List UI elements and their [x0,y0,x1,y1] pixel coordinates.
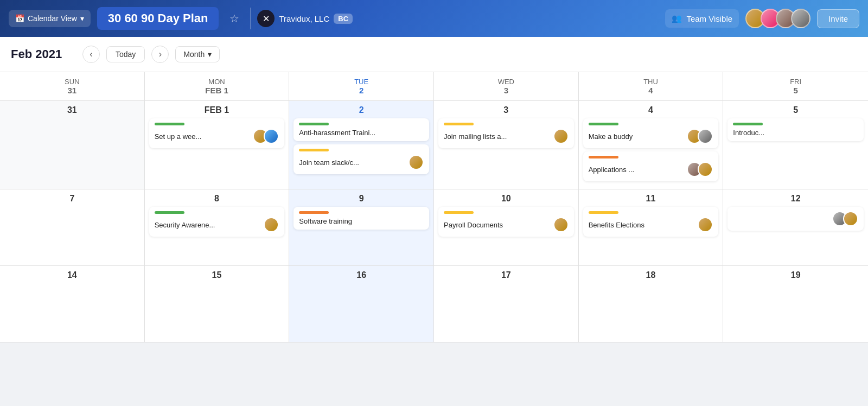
cell-feb4: 4 Make a buddy Applications ... [579,101,724,189]
header-fri-name: FRI [723,78,868,86]
event-security[interactable]: Security Awarene... [149,207,285,237]
cell-feb18: 18 [579,266,724,342]
avatar [698,129,713,144]
chevron-down-icon: ▾ [80,14,84,23]
date-feb12: 12 [727,194,864,204]
cell-feb9: 9 Software training [289,189,434,265]
event-avatars [687,162,713,177]
event-content: Security Awarene... [155,217,279,232]
event-title: Anti-harassment Traini... [299,129,424,137]
calendar-icon: 📅 [15,14,24,23]
event-content [733,211,858,226]
event-feb12[interactable] [727,207,864,231]
event-applications[interactable]: Applications ... [583,151,719,181]
event-title: Payroll Documents [444,221,550,229]
event-title: Set up a wee... [155,132,250,141]
header-sun-date: 31 [0,86,144,95]
event-bar [444,211,474,214]
event-setup-week[interactable]: Set up a wee... [149,118,285,148]
cell-jan31: 31 [0,101,145,189]
event-content: Anti-harassment Traini... [299,129,424,137]
company-selector[interactable]: ✕ Travidux, LLC BC [257,10,353,27]
header-mon-name: MON [145,78,289,86]
date-feb4: 4 [583,105,719,115]
event-bar [589,123,618,125]
cell-feb8: 8 Security Awarene... [145,189,290,265]
event-bar [299,123,329,125]
date-feb10: 10 [438,194,574,204]
cell-feb7: 7 [0,189,145,265]
header-wed-name: WED [434,78,578,86]
cell-feb15: 15 [145,266,290,342]
header-thu-date: 4 [579,86,723,95]
event-content: Payroll Documents [444,217,569,232]
event-benefits[interactable]: Benefits Elections [583,207,719,237]
event-anti-harassment[interactable]: Anti-harassment Traini... [293,118,429,141]
event-content: Benefits Elections [589,217,713,232]
event-content: Set up a wee... [155,129,279,144]
date-feb5: 5 [727,105,864,115]
date-feb16: 16 [293,270,429,280]
event-bar [299,149,329,151]
view-label: Month [183,50,205,59]
cell-feb11: 11 Benefits Elections [579,189,724,265]
event-join-slack[interactable]: Join team slack/c... [293,144,429,174]
company-icon: ✕ [257,10,275,27]
next-month-button[interactable]: › [151,46,169,63]
header-thu-name: THU [579,78,723,86]
event-title: Introduc... [733,129,858,137]
calendar-view-label: Calendar View [28,14,77,23]
view-chevron-icon: ▾ [208,50,212,59]
team-avatars [745,9,810,28]
header-fri-date: 5 [723,86,868,95]
today-button[interactable]: Today [106,46,145,62]
event-avatars [698,217,713,232]
event-title: Join team slack/c... [299,158,405,167]
header-mon: MON FEB 1 [145,72,290,100]
invite-button[interactable]: Invite [817,9,859,28]
avatar [698,162,713,177]
event-bar [155,123,184,125]
event-title: Join mailing lists a... [444,132,550,141]
cell-feb14: 14 [0,266,145,342]
date-feb8: 8 [149,194,285,204]
calendar-view-button[interactable]: 📅 Calendar View ▾ [9,10,91,27]
event-avatars [687,129,713,144]
avatar-4 [791,9,810,28]
prev-month-button[interactable]: ‹ [82,46,100,63]
event-introduce[interactable]: Introduc... [727,118,864,141]
date-feb19: 19 [727,270,864,280]
team-icon: 👥 [672,14,682,23]
week-3: 14 15 16 17 18 19 [0,266,868,342]
event-buddy[interactable]: Make a buddy [583,118,719,148]
event-content: Software training [299,217,424,225]
week-2: 7 8 Security Awarene... 9 Software tr [0,189,868,266]
event-software-training[interactable]: Software training [293,207,429,230]
star-button[interactable]: ☆ [225,10,244,27]
event-payroll[interactable]: Payroll Documents [438,207,574,237]
top-nav: 📅 Calendar View ▾ 30 60 90 Day Plan ☆ ✕ … [0,0,868,37]
date-feb11: 11 [583,194,719,204]
header-mon-date: FEB 1 [145,86,289,95]
team-visible-button[interactable]: 👥 Team Visible [665,9,739,28]
header-tue: TUE 2 [289,72,434,100]
header-sun-name: SUN [0,78,144,86]
avatar [843,211,858,226]
avatar [553,217,569,232]
event-title: Software training [299,217,424,225]
cell-feb10: 10 Payroll Documents [434,189,579,265]
header-fri: FRI 5 [723,72,868,100]
event-avatars [409,155,424,170]
event-content: Join mailing lists a... [444,129,569,144]
event-content: Applications ... [589,162,713,177]
header-wed: WED 3 [434,72,579,100]
event-bar [444,123,474,125]
view-select[interactable]: Month ▾ [175,46,220,62]
event-title: Benefits Elections [589,221,695,229]
calendar: SUN 31 MON FEB 1 TUE 2 WED 3 THU 4 FRI 5… [0,72,868,342]
cell-feb3: 3 Join mailing lists a... [434,101,579,189]
company-name: Travidux, LLC [279,14,329,23]
event-mailing-lists[interactable]: Join mailing lists a... [438,118,574,148]
date-feb15: 15 [149,270,285,280]
date-feb14: 14 [4,270,140,280]
